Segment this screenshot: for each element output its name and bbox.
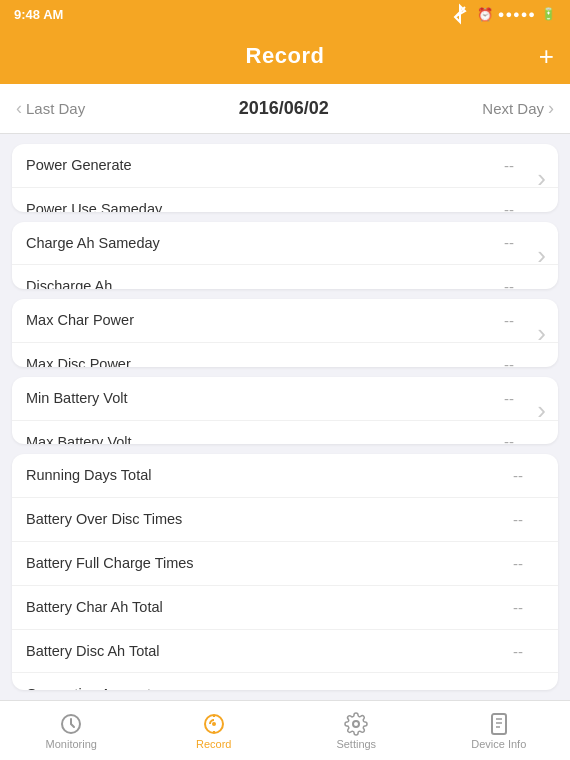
next-day-label: Next Day xyxy=(482,100,544,117)
row-label: Max Battery Volt xyxy=(12,421,488,445)
row-label: Charge Ah Sameday xyxy=(12,222,488,265)
table-row: Battery Disc Ah Total-- xyxy=(12,630,558,674)
row-value: -- xyxy=(488,643,558,660)
svg-rect-4 xyxy=(492,714,506,734)
row-value: -- xyxy=(488,157,558,174)
row-value: -- xyxy=(488,312,558,329)
table-row: Battery Full Charge Times-- xyxy=(12,542,558,586)
tab-record[interactable]: Record xyxy=(143,701,286,760)
card-power[interactable]: Power Generate--Power Use Sameday--› xyxy=(12,144,558,212)
signal-icon: ●●●●● xyxy=(498,8,536,20)
status-time: 9:48 AM xyxy=(14,7,63,22)
table-row: Battery Over Disc Times-- xyxy=(12,498,558,542)
row-value: -- xyxy=(488,390,558,407)
tab-device-info-label: Device Info xyxy=(471,738,526,750)
add-button[interactable]: + xyxy=(539,41,554,72)
tab-monitoring[interactable]: Monitoring xyxy=(0,701,143,760)
row-label: Battery Over Disc Times xyxy=(12,498,488,541)
table-row: Max Disc Power-- xyxy=(12,343,558,367)
row-value: -- xyxy=(488,555,558,572)
row-label: Power Use Sameday xyxy=(12,188,488,212)
card-voltage[interactable]: Min Battery Volt--Max Battery Volt--› xyxy=(12,377,558,445)
row-label: Battery Full Charge Times xyxy=(12,542,488,585)
table-row: Power Generate-- xyxy=(12,144,558,188)
row-value: -- xyxy=(488,356,558,367)
row-value: -- xyxy=(488,686,558,690)
table-row: Battery Char Ah Total-- xyxy=(12,586,558,630)
last-day-label: Last Day xyxy=(26,100,85,117)
last-day-button[interactable]: ‹ Last Day xyxy=(16,98,85,119)
monitoring-icon xyxy=(59,712,83,736)
row-label: Battery Char Ah Total xyxy=(12,586,488,629)
bluetooth-icon xyxy=(448,2,472,26)
content-area: Power Generate--Power Use Sameday--›Char… xyxy=(0,134,570,700)
card-maxpower[interactable]: Max Char Power--Max Disc Power--› xyxy=(12,299,558,367)
row-label: Battery Disc Ah Total xyxy=(12,630,488,673)
next-day-button[interactable]: Next Day › xyxy=(482,98,554,119)
tab-settings-label: Settings xyxy=(336,738,376,750)
chevron-right-icon: › xyxy=(548,98,554,119)
status-bar: 9:48 AM ⏰ ●●●●● 🔋 xyxy=(0,0,570,28)
row-label: Power Generate xyxy=(12,144,488,187)
tab-record-label: Record xyxy=(196,738,231,750)
status-icons: ⏰ ●●●●● 🔋 xyxy=(448,2,556,26)
row-label: Generation Amount xyxy=(12,673,488,690)
row-value: -- xyxy=(488,599,558,616)
table-row: Max Battery Volt-- xyxy=(12,421,558,445)
header: Record + xyxy=(0,28,570,84)
header-title: Record xyxy=(246,43,325,69)
table-row: Max Char Power-- xyxy=(12,299,558,343)
row-value: -- xyxy=(488,234,558,251)
current-date: 2016/06/02 xyxy=(239,98,329,119)
row-label: Max Disc Power xyxy=(12,343,488,367)
tab-monitoring-label: Monitoring xyxy=(46,738,97,750)
settings-icon xyxy=(344,712,368,736)
row-value: -- xyxy=(488,467,558,484)
tab-bar: Monitoring Record Settings Device Info xyxy=(0,700,570,760)
device-info-icon xyxy=(487,712,511,736)
table-row: Discharge Ah-- xyxy=(12,265,558,289)
svg-point-3 xyxy=(353,721,359,727)
row-label: Max Char Power xyxy=(12,299,488,342)
row-label: Discharge Ah xyxy=(12,265,488,289)
chevron-left-icon: ‹ xyxy=(16,98,22,119)
row-label: Running Days Total xyxy=(12,454,488,497)
table-row: Power Use Sameday-- xyxy=(12,188,558,212)
row-label: Min Battery Volt xyxy=(12,377,488,420)
record-icon xyxy=(202,712,226,736)
tab-device-info[interactable]: Device Info xyxy=(428,701,571,760)
row-value: -- xyxy=(488,433,558,444)
row-value: -- xyxy=(488,201,558,212)
card-charge[interactable]: Charge Ah Sameday--Discharge Ah--› xyxy=(12,222,558,290)
row-value: -- xyxy=(488,511,558,528)
row-value: -- xyxy=(488,278,558,289)
alarm-icon: ⏰ xyxy=(477,7,493,22)
svg-point-2 xyxy=(212,722,216,726)
table-row: Running Days Total-- xyxy=(12,454,558,498)
table-row: Generation Amount-- xyxy=(12,673,558,690)
table-row: Min Battery Volt-- xyxy=(12,377,558,421)
card-totals: Running Days Total--Battery Over Disc Ti… xyxy=(12,454,558,690)
table-row: Charge Ah Sameday-- xyxy=(12,222,558,266)
battery-icon: 🔋 xyxy=(541,7,556,21)
date-navigation: ‹ Last Day 2016/06/02 Next Day › xyxy=(0,84,570,134)
tab-settings[interactable]: Settings xyxy=(285,701,428,760)
